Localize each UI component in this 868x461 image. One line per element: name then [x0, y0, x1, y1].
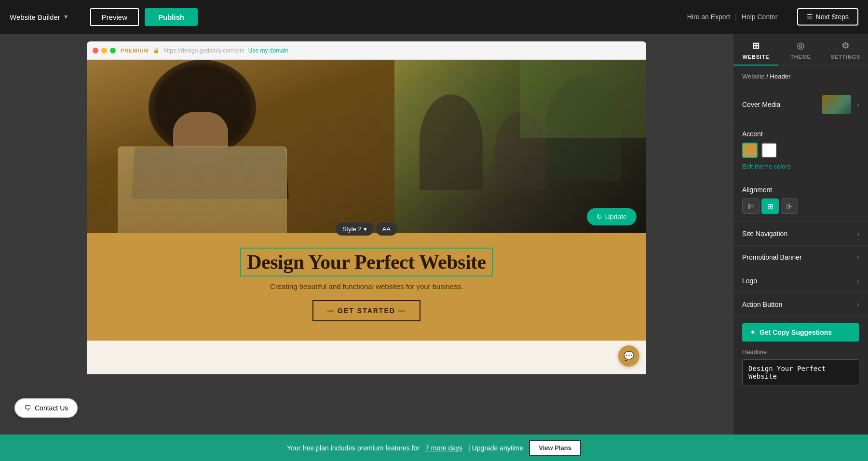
chevron-right-icon: ›: [857, 301, 859, 308]
sparkle-icon: ✦: [750, 329, 756, 336]
list-icon: ☰: [807, 13, 813, 21]
canvas-area: PREMIUM 🔒 https://design.godaddy.com/sit…: [0, 34, 733, 435]
cover-media-label: Cover Media: [742, 101, 780, 108]
headline-input[interactable]: [742, 359, 859, 385]
use-domain-link[interactable]: Use my domain: [248, 47, 288, 54]
settings-tab-icon: ⚙: [841, 40, 850, 51]
action-button-row[interactable]: Action Button ›: [733, 293, 868, 316]
help-center-link[interactable]: Help Center: [742, 13, 778, 21]
hero-content-section: Style 2 ▾ AA Design Your Perfect Website…: [87, 233, 646, 341]
right-panel: ⊞ WEBSITE ◎ THEME ⚙ SETTINGS Website / H…: [733, 34, 868, 435]
hero-image-section: ↻ Update: [87, 60, 646, 233]
preview-button[interactable]: Preview: [90, 8, 139, 26]
refresh-icon: ↻: [597, 213, 602, 221]
browser-bar: PREMIUM 🔒 https://design.godaddy.com/sit…: [87, 41, 646, 60]
days-remaining-link[interactable]: 7 more days: [425, 444, 462, 452]
window-dots: [93, 48, 116, 53]
promotional-banner-row[interactable]: Promotional Banner ›: [733, 246, 868, 269]
accent-section: Accent Edit theme colors: [733, 122, 868, 178]
cover-media-right: ›: [822, 95, 859, 114]
hero-title-wrapper[interactable]: Design Your Perfect Website: [240, 248, 492, 277]
top-bar: Website Builder ▼ Preview Publish Hire a…: [0, 0, 868, 34]
get-copy-suggestions-label: Get Copy Suggestions: [760, 329, 832, 336]
lower-strip: 💬: [87, 341, 646, 374]
theme-tab-label: THEME: [790, 54, 811, 60]
tab-settings[interactable]: ⚙ SETTINGS: [823, 34, 868, 66]
next-steps-label: Next Steps: [816, 13, 849, 21]
brand-chevron-icon: ▼: [63, 13, 69, 20]
brand-logo[interactable]: Website Builder ▼: [10, 13, 69, 21]
accent-label: Accent: [742, 130, 859, 138]
close-dot: [93, 48, 98, 53]
hero-cta-button[interactable]: — GET STARTED —: [312, 300, 420, 321]
promotional-banner-label: Promotional Banner: [742, 253, 802, 261]
next-steps-button[interactable]: ☰ Next Steps: [797, 8, 858, 26]
browser-url-bar: PREMIUM 🔒 https://design.godaddy.com/sit…: [121, 47, 640, 54]
get-copy-suggestions-button[interactable]: ✦ Get Copy Suggestions: [742, 323, 859, 342]
alignment-label: Alignment: [742, 186, 859, 194]
alignment-section: Alignment ⊫ ⊞ ⊪: [733, 178, 868, 222]
chat-bubble-button[interactable]: 💬: [618, 345, 639, 367]
style-toolbar: Style 2 ▾ AA: [336, 223, 397, 236]
publish-button[interactable]: Publish: [145, 8, 198, 26]
breadcrumb-separator: /: [766, 73, 770, 80]
accent-swatch-1[interactable]: [742, 143, 758, 158]
main-area: PREMIUM 🔒 https://design.godaddy.com/sit…: [0, 34, 868, 435]
headline-label: Headline: [742, 348, 859, 356]
style-label: Style 2: [342, 225, 362, 233]
upgrade-banner: Your free plan includes premium features…: [0, 435, 868, 461]
cover-media-thumbnail: [822, 95, 851, 114]
view-plans-button[interactable]: View Plans: [529, 440, 581, 456]
top-bar-links: Hire an Expert | Help Center: [687, 13, 778, 21]
hero-title[interactable]: Design Your Perfect Website: [247, 250, 486, 274]
edit-colors-link[interactable]: Edit theme colors: [742, 163, 859, 170]
chevron-right-icon: ›: [857, 253, 859, 261]
chevron-down-icon: ▾: [364, 225, 367, 233]
chevron-right-icon: ›: [857, 101, 859, 108]
panel-tabs: ⊞ WEBSITE ◎ THEME ⚙ SETTINGS: [733, 34, 868, 66]
premium-badge: PREMIUM: [121, 48, 149, 53]
update-button[interactable]: ↻ Update: [587, 208, 637, 225]
lock-icon: 🔒: [153, 47, 160, 53]
cover-media-row[interactable]: Cover Media ›: [733, 87, 868, 122]
separator: |: [735, 13, 737, 21]
maximize-dot: [110, 48, 116, 53]
accent-swatches: [742, 143, 859, 158]
logo-row[interactable]: Logo ›: [733, 269, 868, 293]
panel-content: Cover Media › Accent Edit theme colors A…: [733, 87, 868, 435]
align-left-button[interactable]: ⊫: [742, 198, 760, 214]
tab-theme[interactable]: ◎ THEME: [778, 34, 823, 66]
message-icon: 🗨: [24, 404, 31, 412]
contact-us-button[interactable]: 🗨 Contact Us: [14, 398, 78, 418]
alignment-buttons: ⊫ ⊞ ⊪: [742, 198, 859, 214]
theme-tab-icon: ◎: [797, 40, 805, 51]
update-label: Update: [605, 213, 627, 221]
upgrade-separator: | Upgrade anytime: [468, 444, 523, 452]
breadcrumb-current: Header: [770, 73, 791, 80]
minimize-dot: [101, 48, 107, 53]
brand-label: Website Builder: [10, 13, 60, 21]
chat-icon: 💬: [624, 351, 634, 361]
align-center-button[interactable]: ⊞: [761, 198, 779, 214]
style-selector[interactable]: Style 2 ▾: [336, 223, 374, 236]
accent-swatch-2[interactable]: [761, 143, 777, 158]
font-selector[interactable]: AA: [376, 223, 397, 236]
chevron-right-icon: ›: [857, 277, 859, 285]
action-button-label: Action Button: [742, 301, 782, 308]
browser-chrome: PREMIUM 🔒 https://design.godaddy.com/sit…: [87, 41, 646, 60]
hero-subtitle: Creating beautiful and functional websit…: [96, 282, 637, 290]
headline-section: Headline: [733, 348, 868, 394]
settings-tab-label: SETTINGS: [831, 54, 860, 60]
website-tab-label: WEBSITE: [743, 54, 770, 60]
chevron-right-icon: ›: [857, 230, 859, 237]
breadcrumb-parent[interactable]: Website: [742, 73, 765, 80]
website-tab-icon: ⊞: [752, 40, 760, 51]
upgrade-text: Your free plan includes premium features…: [287, 444, 420, 452]
site-navigation-label: Site Navigation: [742, 230, 787, 237]
tab-website[interactable]: ⊞ WEBSITE: [733, 34, 778, 66]
url-text: https://design.godaddy.com/site: [163, 47, 244, 54]
hire-expert-link[interactable]: Hire an Expert: [687, 13, 730, 21]
site-navigation-row[interactable]: Site Navigation ›: [733, 222, 868, 246]
contact-us-label: Contact Us: [35, 404, 68, 412]
align-right-button[interactable]: ⊪: [781, 198, 798, 214]
